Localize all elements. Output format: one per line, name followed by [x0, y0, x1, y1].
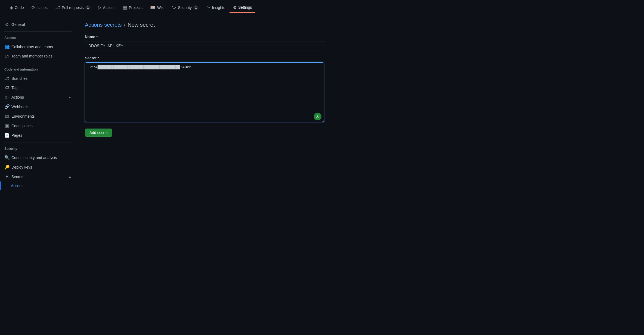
name-input[interactable] [85, 41, 324, 50]
sidebar-item-member-roles[interactable]: 🗂 Team and member roles [0, 51, 76, 61]
actions-chevron-icon: ▲ [68, 95, 72, 99]
sidebar-item-secrets[interactable]: ✱ Secrets ▲ [0, 172, 76, 181]
sidebar-item-codespaces[interactable]: ▣ Codespaces [0, 121, 76, 130]
codespaces-icon: ▣ [4, 123, 9, 128]
nav-issues[interactable]: ⊙ Issues [28, 3, 51, 12]
pull-requests-icon: ⎇ [55, 5, 60, 10]
settings-icon: ⚙ [233, 5, 237, 10]
collaborators-icon: 👥 [4, 44, 9, 49]
wiki-icon: 📖 [150, 5, 156, 10]
sidebar-divider-1 [4, 31, 72, 32]
sidebar-item-pages[interactable]: 📄 Pages [0, 130, 76, 140]
code-icon: ◈ [10, 5, 13, 10]
secret-textarea[interactable]: 8e74████████████████████████████████████… [85, 62, 324, 122]
breadcrumb-link[interactable]: Actions secrets [85, 22, 122, 28]
sidebar-item-code-security[interactable]: 🔍 Code security and analysis [0, 153, 76, 162]
nav-wiki[interactable]: 📖 Wiki [147, 3, 168, 12]
insights-icon: 〜 [206, 5, 210, 10]
webhooks-icon: 🔗 [4, 104, 9, 109]
breadcrumb-separator: / [124, 22, 126, 28]
textarea-wrapper: 8e74████████████████████████████████████… [85, 62, 324, 123]
issues-icon: ⊙ [31, 5, 35, 10]
secret-label: Secret * [85, 56, 329, 60]
projects-icon: ▦ [123, 5, 127, 10]
sidebar: ⚙ General Access 👥 Collaborators and tea… [0, 15, 76, 335]
sidebar-divider-3 [4, 142, 72, 142]
name-label: Name * [85, 35, 329, 39]
deploy-keys-icon: 🔑 [4, 165, 9, 170]
secrets-icon: ✱ [4, 174, 9, 179]
nav-projects[interactable]: ▦ Projects [120, 3, 146, 12]
nav-insights[interactable]: 〜 Insights [203, 2, 228, 13]
sidebar-item-webhooks[interactable]: 🔗 Webhooks [0, 102, 76, 111]
environments-icon: ▤ [4, 114, 9, 119]
breadcrumb-current: New secret [128, 22, 155, 28]
security-icon: 🛡 [172, 5, 177, 10]
gear-icon: ⚙ [4, 22, 9, 27]
nav-actions[interactable]: ▷ Actions [95, 3, 119, 12]
secrets-chevron-icon: ▲ [68, 175, 72, 179]
member-roles-icon: 🗂 [4, 54, 9, 59]
main-layout: ⚙ General Access 👥 Collaborators and tea… [0, 15, 644, 335]
top-nav: ◈ Code ⊙ Issues ⎇ Pull requests 1 ▷ Acti… [0, 0, 644, 15]
actions-sidebar-icon: ▷ [4, 95, 9, 100]
sidebar-item-actions[interactable]: ▷ Actions ▲ [0, 92, 76, 102]
tags-icon: 🏷 [4, 85, 9, 90]
pull-requests-badge: 1 [85, 5, 91, 10]
code-security-icon: 🔍 [4, 155, 9, 160]
sidebar-item-actions-secret[interactable]: Actions [0, 181, 76, 190]
sidebar-item-collaborators[interactable]: 👥 Collaborators and teams [0, 42, 76, 51]
security-badge: 1 [193, 5, 199, 10]
actions-icon: ▷ [98, 5, 101, 10]
nav-settings[interactable]: ⚙ Settings [230, 3, 255, 13]
nav-security[interactable]: 🛡 Security 1 [169, 3, 202, 12]
main-content: Actions secrets / New secret Name * Secr… [76, 15, 337, 335]
sidebar-security-section: Security [0, 145, 76, 153]
pages-icon: 📄 [4, 133, 9, 138]
secret-form-group: Secret * 8e74███████████████████████████… [85, 56, 329, 123]
nav-code[interactable]: ◈ Code [7, 3, 27, 12]
sidebar-item-tags[interactable]: 🏷 Tags [0, 83, 76, 92]
sidebar-item-branches[interactable]: ⎇ Branches [0, 74, 76, 83]
sidebar-item-deploy-keys[interactable]: 🔑 Deploy keys [0, 162, 76, 172]
svg-point-1 [317, 115, 318, 117]
sidebar-code-section: Code and automation [0, 65, 76, 74]
sidebar-item-environments[interactable]: ▤ Environments [0, 111, 76, 121]
breadcrumb: Actions secrets / New secret [85, 22, 329, 28]
nav-pull-requests[interactable]: ⎇ Pull requests 1 [52, 3, 94, 12]
sidebar-access-section: Access [0, 34, 76, 42]
user-avatar [314, 113, 321, 120]
sidebar-item-general[interactable]: ⚙ General [0, 20, 76, 29]
name-form-group: Name * [85, 35, 329, 50]
add-secret-button[interactable]: Add secret [85, 129, 112, 137]
branches-icon: ⎇ [4, 76, 9, 81]
sidebar-divider-2 [4, 63, 72, 63]
